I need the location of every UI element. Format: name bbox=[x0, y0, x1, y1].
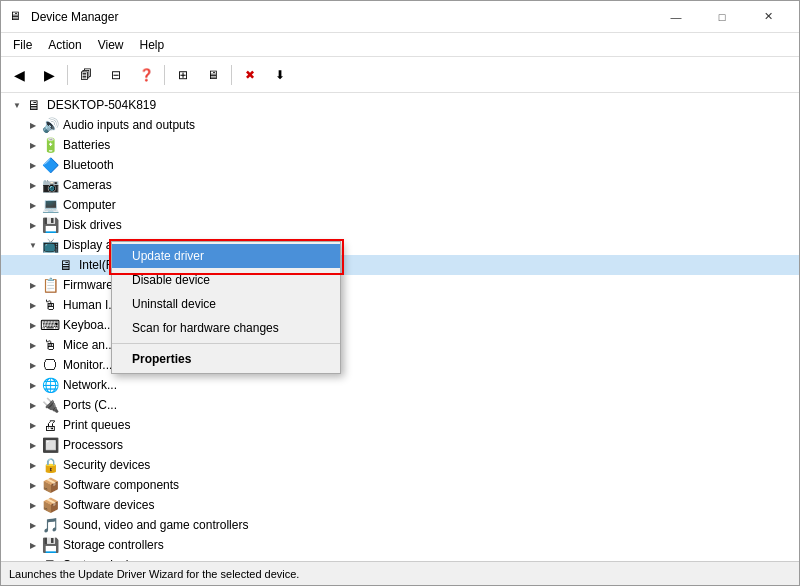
tree-item-disk[interactable]: ▶ 💾 Disk drives bbox=[1, 215, 799, 235]
mice-icon: 🖱 bbox=[41, 336, 59, 354]
camera-icon: 📷 bbox=[41, 176, 59, 194]
sw-devices-icon: 📦 bbox=[41, 496, 59, 514]
toolbar-scan[interactable]: ⊞ bbox=[169, 61, 197, 89]
cameras-label: Cameras bbox=[63, 178, 112, 192]
disk-label: Disk drives bbox=[63, 218, 122, 232]
print-expander[interactable]: ▶ bbox=[25, 421, 41, 430]
audio-icon: 🔊 bbox=[41, 116, 59, 134]
minimize-button[interactable]: — bbox=[653, 1, 699, 33]
tree-item-sw-components[interactable]: ▶ 📦 Software components bbox=[1, 475, 799, 495]
keyboard-expander[interactable]: ▶ bbox=[25, 321, 41, 330]
toolbar-update[interactable]: ⬇ bbox=[266, 61, 294, 89]
mice-expander[interactable]: ▶ bbox=[25, 341, 41, 350]
app-icon: 🖥 bbox=[9, 9, 25, 25]
batteries-expander[interactable]: ▶ bbox=[25, 141, 41, 150]
storage-expander[interactable]: ▶ bbox=[25, 541, 41, 550]
ctx-update-driver[interactable]: Update driver bbox=[112, 244, 340, 268]
ctx-disable-device[interactable]: Disable device bbox=[112, 268, 340, 292]
window-controls: — □ ✕ bbox=[653, 1, 791, 33]
tree-item-system[interactable]: ▶ 🖥 System devices bbox=[1, 555, 799, 561]
tree-item-cameras[interactable]: ▶ 📷 Cameras bbox=[1, 175, 799, 195]
cameras-expander[interactable]: ▶ bbox=[25, 181, 41, 190]
bluetooth-expander[interactable]: ▶ bbox=[25, 161, 41, 170]
ports-expander[interactable]: ▶ bbox=[25, 401, 41, 410]
ctx-properties[interactable]: Properties bbox=[112, 347, 340, 371]
network-expander[interactable]: ▶ bbox=[25, 381, 41, 390]
audio-expander[interactable]: ▶ bbox=[25, 121, 41, 130]
bluetooth-icon: 🔷 bbox=[41, 156, 59, 174]
root-label: DESKTOP-504K819 bbox=[47, 98, 156, 112]
main-area: ▼ 🖥 DESKTOP-504K819 ▶ 🔊 Audio inputs and… bbox=[1, 93, 799, 561]
hid-expander[interactable]: ▶ bbox=[25, 301, 41, 310]
toolbar: ◀ ▶ 🗐 ⊟ ❓ ⊞ 🖥 ✖ ⬇ bbox=[1, 57, 799, 93]
tree-item-ports[interactable]: ▶ 🔌 Ports (C... bbox=[1, 395, 799, 415]
close-button[interactable]: ✕ bbox=[745, 1, 791, 33]
toolbar-monitor[interactable]: 🖥 bbox=[199, 61, 227, 89]
network-icon: 🌐 bbox=[41, 376, 59, 394]
tree-item-sound[interactable]: ▶ 🎵 Sound, video and game controllers bbox=[1, 515, 799, 535]
root-expander[interactable]: ▼ bbox=[9, 101, 25, 110]
audio-label: Audio inputs and outputs bbox=[63, 118, 195, 132]
disk-expander[interactable]: ▶ bbox=[25, 221, 41, 230]
security-icon: 🔒 bbox=[41, 456, 59, 474]
tree-item-storage[interactable]: ▶ 💾 Storage controllers bbox=[1, 535, 799, 555]
toolbar-uninstall[interactable]: ✖ bbox=[236, 61, 264, 89]
sw-devices-expander[interactable]: ▶ bbox=[25, 501, 41, 510]
menu-help[interactable]: Help bbox=[132, 33, 173, 56]
toolbar-help[interactable]: ❓ bbox=[132, 61, 160, 89]
toolbar-forward[interactable]: ▶ bbox=[35, 61, 63, 89]
menu-file[interactable]: File bbox=[5, 33, 40, 56]
title-bar: 🖥 Device Manager — □ ✕ bbox=[1, 1, 799, 33]
sound-expander[interactable]: ▶ bbox=[25, 521, 41, 530]
window-title: Device Manager bbox=[31, 10, 118, 24]
toolbar-back[interactable]: ◀ bbox=[5, 61, 33, 89]
computer-expander[interactable]: ▶ bbox=[25, 201, 41, 210]
menu-view[interactable]: View bbox=[90, 33, 132, 56]
tree-item-processors[interactable]: ▶ 🔲 Processors bbox=[1, 435, 799, 455]
security-expander[interactable]: ▶ bbox=[25, 461, 41, 470]
processors-expander[interactable]: ▶ bbox=[25, 441, 41, 450]
status-text: Launches the Update Driver Wizard for th… bbox=[9, 568, 299, 580]
tree-item-print[interactable]: ▶ 🖨 Print queues bbox=[1, 415, 799, 435]
tree-root[interactable]: ▼ 🖥 DESKTOP-504K819 bbox=[1, 95, 799, 115]
firmware-expander[interactable]: ▶ bbox=[25, 281, 41, 290]
tree-item-batteries[interactable]: ▶ 🔋 Batteries bbox=[1, 135, 799, 155]
title-bar-left: 🖥 Device Manager bbox=[9, 9, 118, 25]
bluetooth-label: Bluetooth bbox=[63, 158, 114, 172]
sound-label: Sound, video and game controllers bbox=[63, 518, 248, 532]
status-bar: Launches the Update Driver Wizard for th… bbox=[1, 561, 799, 585]
tree-item-computer[interactable]: ▶ 💻 Computer bbox=[1, 195, 799, 215]
tree-item-audio[interactable]: ▶ 🔊 Audio inputs and outputs bbox=[1, 115, 799, 135]
system-label: System devices bbox=[63, 558, 147, 561]
ports-label: Ports (C... bbox=[63, 398, 117, 412]
tree-item-bluetooth[interactable]: ▶ 🔷 Bluetooth bbox=[1, 155, 799, 175]
mice-label: Mice an... bbox=[63, 338, 115, 352]
computer-icon: 🖥 bbox=[25, 96, 43, 114]
tree-item-security[interactable]: ▶ 🔒 Security devices bbox=[1, 455, 799, 475]
tree-item-sw-devices[interactable]: ▶ 📦 Software devices bbox=[1, 495, 799, 515]
computer-label: Computer bbox=[63, 198, 116, 212]
ctx-scan-hardware[interactable]: Scan for hardware changes bbox=[112, 316, 340, 340]
monitors-expander[interactable]: ▶ bbox=[25, 361, 41, 370]
storage-label: Storage controllers bbox=[63, 538, 164, 552]
menu-action[interactable]: Action bbox=[40, 33, 89, 56]
disk-icon: 💾 bbox=[41, 216, 59, 234]
computer-tree-icon: 💻 bbox=[41, 196, 59, 214]
ctx-uninstall-device[interactable]: Uninstall device bbox=[112, 292, 340, 316]
network-label: Network... bbox=[63, 378, 117, 392]
sw-components-expander[interactable]: ▶ bbox=[25, 481, 41, 490]
toolbar-properties[interactable]: 🗐 bbox=[72, 61, 100, 89]
firmware-label: Firmware bbox=[63, 278, 113, 292]
hid-icon: 🖱 bbox=[41, 296, 59, 314]
toolbar-separator-2 bbox=[164, 65, 165, 85]
display-expander[interactable]: ▼ bbox=[25, 241, 41, 250]
maximize-button[interactable]: □ bbox=[699, 1, 745, 33]
toolbar-disable[interactable]: ⊟ bbox=[102, 61, 130, 89]
sw-components-label: Software components bbox=[63, 478, 179, 492]
monitors-label: Monitor... bbox=[63, 358, 112, 372]
tree-item-network[interactable]: ▶ 🌐 Network... bbox=[1, 375, 799, 395]
batteries-label: Batteries bbox=[63, 138, 110, 152]
system-expander[interactable]: ▶ bbox=[25, 561, 41, 562]
ctx-separator bbox=[112, 343, 340, 344]
processors-icon: 🔲 bbox=[41, 436, 59, 454]
